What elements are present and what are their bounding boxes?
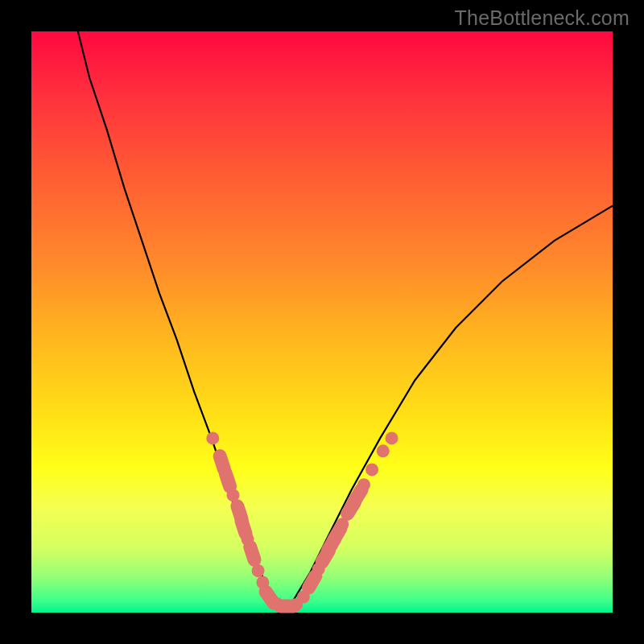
marker-dot — [386, 431, 398, 444]
marker-dot — [206, 431, 219, 444]
plot-area — [31, 31, 613, 613]
chart-frame: TheBottleneck.com — [0, 0, 644, 644]
marker-dot — [365, 463, 378, 476]
marker-pill — [242, 539, 263, 569]
marker-dot — [377, 444, 390, 457]
marker-dot — [252, 564, 265, 577]
marker-dot — [357, 478, 370, 491]
watermark-text: TheBottleneck.com — [455, 6, 630, 30]
curve-layer — [31, 31, 613, 613]
